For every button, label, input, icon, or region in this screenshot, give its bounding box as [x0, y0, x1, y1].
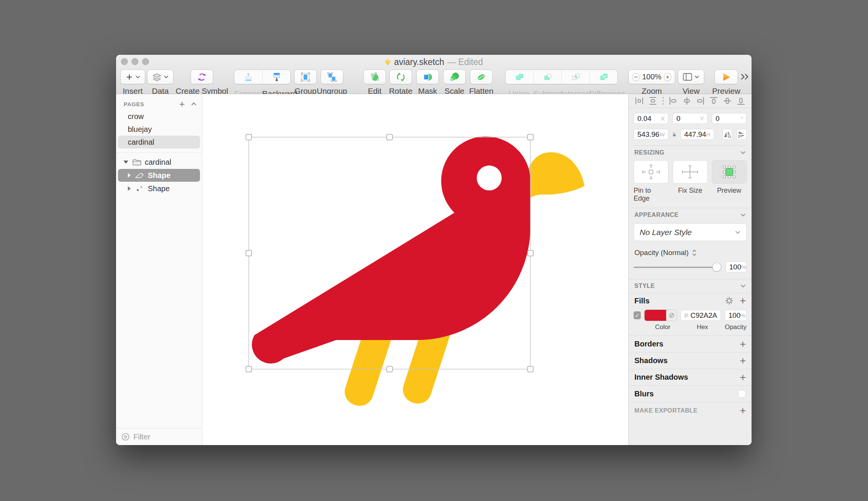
toolbar-scale[interactable]: Scale	[442, 70, 467, 96]
page-item-cardinal[interactable]: cardinal	[118, 136, 200, 148]
toolbar-create-symbol[interactable]: Create Symbol	[180, 70, 224, 96]
resizing-preview[interactable]: Preview	[712, 160, 747, 203]
inner-shadows-row[interactable]: Inner Shadows +	[629, 369, 752, 386]
toolbar-backward[interactable]	[262, 70, 290, 84]
flip-vertical-button[interactable]	[736, 129, 747, 140]
rotation-unit: °	[741, 115, 743, 122]
folder-icon	[132, 159, 141, 166]
section-title: APPEARANCE	[634, 212, 679, 218]
disclosure-closed-icon[interactable]	[128, 173, 131, 178]
pattern-toggle[interactable]	[666, 310, 677, 321]
fix-size-icon	[680, 164, 700, 179]
fills-label: Fills	[634, 297, 725, 305]
fill-color-swatch[interactable]	[645, 310, 676, 321]
canvas[interactable]	[202, 94, 628, 445]
shadows-label: Shadows	[634, 356, 668, 365]
disclosure-closed-icon[interactable]	[128, 186, 131, 191]
toolbar-data[interactable]: Data	[147, 70, 173, 96]
align-bottom-icon[interactable]	[736, 96, 746, 106]
sidebar-divider	[116, 152, 202, 153]
sidebar: PAGES + crow bluejay cardinal cardinal	[116, 94, 202, 445]
blurs-row[interactable]: Blurs	[629, 386, 752, 402]
toolbar-difference[interactable]	[589, 70, 617, 84]
add-export-button[interactable]: +	[740, 407, 746, 414]
add-border-button[interactable]: +	[740, 340, 746, 348]
toolbar-edit[interactable]: Edit	[362, 70, 388, 96]
toolbar-intersect[interactable]	[561, 70, 589, 84]
x-position-field[interactable]: 0.04 X	[634, 113, 668, 124]
flip-horizontal-button[interactable]	[722, 129, 733, 140]
collapse-pages-icon[interactable]	[191, 102, 197, 106]
shadows-row[interactable]: Shadows +	[629, 353, 752, 369]
zoom-in-button[interactable]	[664, 73, 671, 81]
resizing-pin-to-edge[interactable]: Pin to Edge	[634, 160, 668, 203]
filter-bar[interactable]: Filter	[116, 428, 202, 445]
intersect-icon	[571, 72, 581, 82]
zoom-out-button[interactable]	[632, 73, 640, 81]
toolbar-forward[interactable]	[234, 70, 262, 84]
opacity-slider[interactable]	[634, 263, 722, 272]
rotation-field[interactable]: 0 °	[712, 113, 747, 124]
height-field[interactable]: 447.94 H	[680, 129, 714, 140]
minus-icon	[634, 75, 638, 79]
desktop: aviary.sketch — Edited Insert	[0, 0, 868, 501]
fill-enabled-checkbox[interactable]: ✓	[634, 311, 641, 319]
fill-hex-field[interactable]: # C92A2A	[680, 310, 721, 321]
fill-opacity-value: 100	[728, 311, 741, 320]
toolbar-preview[interactable]: Preview	[714, 70, 738, 96]
layer-style-dropdown[interactable]: No Layer Style	[634, 223, 747, 241]
mask-icon	[423, 72, 432, 82]
page-item-bluejay[interactable]: bluejay	[118, 123, 200, 136]
resizing-options: Pin to Edge Fix Size	[629, 159, 752, 203]
toolbar-view[interactable]: View	[678, 70, 704, 96]
add-fill-button[interactable]: +	[740, 297, 746, 305]
move-forward-icon	[244, 73, 253, 82]
make-exportable-row[interactable]: MAKE EXPORTABLE +	[629, 402, 752, 419]
layer-item-shape-selected[interactable]: Shape	[118, 169, 200, 182]
selection-handle	[246, 366, 252, 372]
add-inner-shadow-button[interactable]: +	[740, 374, 746, 381]
layer-group-cardinal[interactable]: cardinal	[118, 156, 200, 169]
toolbar-overflow[interactable]	[739, 73, 750, 80]
width-field[interactable]: 543.96 W	[634, 129, 668, 140]
fill-opacity-field[interactable]: 100 %	[725, 310, 747, 321]
slider-thumb[interactable]	[713, 263, 721, 271]
add-page-button[interactable]: +	[179, 100, 185, 108]
toolbar-subtract[interactable]	[533, 70, 561, 84]
add-shadow-button[interactable]: +	[740, 357, 746, 365]
resizing-header[interactable]: RESIZING	[629, 146, 752, 159]
y-position-field[interactable]: 0 Y	[673, 113, 707, 124]
disclosure-open-icon[interactable]	[124, 161, 129, 164]
stepper-icon[interactable]	[692, 249, 697, 256]
distribute-horizontally-icon[interactable]	[634, 96, 644, 106]
toolbar-insert[interactable]: Insert	[121, 70, 145, 96]
layer-item-shape[interactable]: Shape	[118, 182, 200, 195]
x-value: 0.04	[637, 114, 661, 123]
lock-open-icon[interactable]	[673, 131, 676, 138]
toolbar-mask[interactable]: Mask	[415, 70, 440, 96]
layer-name: Shape	[148, 171, 170, 180]
toolbar-union[interactable]	[505, 70, 533, 84]
resizing-fix-size[interactable]: Fix Size	[673, 160, 707, 203]
align-middle-vertical-icon[interactable]	[722, 96, 732, 106]
gear-icon[interactable]	[725, 296, 734, 305]
y-value: 0	[676, 114, 700, 123]
appearance-header[interactable]: APPEARANCE	[629, 208, 752, 222]
toolbar-ungroup[interactable]: Ungroup	[318, 70, 346, 96]
align-left-icon[interactable]	[668, 96, 678, 106]
opacity-value-field[interactable]: 100 %	[725, 261, 747, 272]
color-well[interactable]	[645, 310, 666, 321]
borders-row[interactable]: Borders +	[629, 336, 752, 353]
blurs-checkbox[interactable]	[738, 390, 746, 398]
toolbar-flatten[interactable]: Flatten	[468, 70, 494, 96]
toolbar-group[interactable]: Group	[293, 70, 318, 96]
toolbar-rotate[interactable]: Rotate	[388, 70, 414, 96]
page-name: cardinal	[128, 138, 154, 147]
style-header[interactable]: STYLE	[629, 279, 752, 293]
align-right-icon[interactable]	[695, 96, 705, 106]
bird-beak-shape[interactable]	[524, 152, 584, 206]
align-top-icon[interactable]	[709, 96, 719, 106]
align-center-horizontal-icon[interactable]	[682, 96, 692, 106]
page-item-crow[interactable]: crow	[118, 110, 200, 123]
distribute-vertically-icon[interactable]	[648, 96, 658, 106]
